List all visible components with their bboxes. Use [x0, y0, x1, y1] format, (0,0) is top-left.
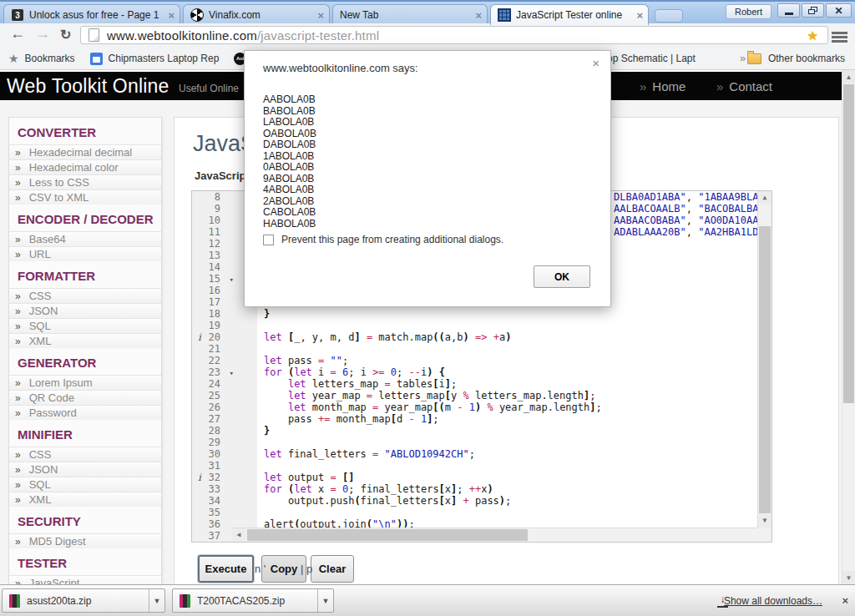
sidebar-item-javascript[interactable]: »JavaScript	[9, 575, 161, 584]
sidebar: CONVERTER»Hexadecimal decimal»Hexadecima…	[8, 117, 162, 584]
sidebar-item-qr-code[interactable]: »QR Code	[9, 390, 161, 405]
browser-tab[interactable]: JavaScript Tester online×	[490, 4, 649, 25]
downloads-bar: asust200ta.zip▼T200TACAS205.zip▼ ↓ Show …	[0, 584, 855, 616]
show-all-downloads-link[interactable]: Show all downloads…	[724, 595, 822, 607]
browser-tab[interactable]: Vinafix.com×	[183, 4, 330, 25]
chevron-icon: »	[15, 234, 21, 245]
sidebar-section-title: CONVERTER	[9, 118, 161, 144]
bookmark-label: Chipmasters Laptop Rep	[109, 53, 220, 64]
browser-tab[interactable]: New Tab×	[332, 4, 488, 25]
sidebar-item-css[interactable]: »CSS	[9, 288, 161, 303]
restore-button[interactable]	[802, 3, 824, 18]
gutter-cell: 23▾	[192, 366, 257, 378]
sidebar-item-url[interactable]: »URL	[9, 246, 161, 261]
vertical-scroll-thumb[interactable]	[759, 226, 771, 513]
new-tab-button[interactable]	[655, 9, 683, 23]
code-line: 30let final_letters = "ABLOD10942CH";	[192, 448, 772, 460]
browser-tab[interactable]: 3Unlock asus for free - Page 1×	[3, 4, 180, 25]
sidebar-item-base64[interactable]: »Base64	[9, 231, 161, 246]
sidebar-item-hexadecimal-color[interactable]: »Hexadecimal color	[9, 159, 161, 174]
scroll-up-icon[interactable]: ▲	[758, 191, 772, 204]
tab-title: JavaScript Tester online	[516, 9, 632, 21]
sidebar-item-sql[interactable]: »SQL	[9, 477, 161, 492]
chevron-icon: »	[15, 377, 21, 389]
forward-icon[interactable]: →	[35, 25, 50, 43]
tab-close-icon[interactable]: ×	[168, 9, 175, 22]
line-number: 33	[209, 483, 220, 495]
sidebar-item-less-to-css[interactable]: »Less to CSS	[9, 174, 161, 189]
bookmarks-overflow-icon[interactable]: »	[740, 52, 746, 64]
chevron-icon: »	[15, 449, 21, 461]
gutter-cell: i20	[192, 331, 257, 343]
dialog-close-icon[interactable]: ×	[592, 56, 600, 70]
chevron-icon: »	[15, 192, 21, 204]
sidebar-item-label: XML	[29, 493, 52, 506]
prevent-dialogs-checkbox[interactable]	[263, 235, 274, 245]
page-scrollbar[interactable]: ▲ ▼	[842, 70, 855, 584]
sidebar-item-label: URL	[29, 248, 51, 260]
sidebar-item-md5-digest[interactable]: »MD5 Digest	[9, 533, 161, 548]
sidebar-section-title: GENERATOR	[9, 348, 161, 375]
fold-icon[interactable]: ▾	[230, 367, 234, 379]
sidebar-item-hexadecimal-decimal[interactable]: »Hexadecimal decimal	[9, 144, 161, 159]
download-item[interactable]: T200TACAS205.zip▼	[172, 588, 334, 613]
sidebar-item-lorem-ipsum[interactable]: »Lorem Ipsum	[9, 375, 161, 390]
bookmark-item[interactable]: Chipmasters Laptop Rep	[90, 53, 220, 65]
editor-vertical-scrollbar[interactable]: ▲ ▼	[757, 191, 772, 528]
dialog-message-line: 0ABOLA0B	[263, 162, 316, 174]
download-filename: T200TACAS205.zip	[197, 595, 317, 607]
nav-home[interactable]: »Home	[640, 79, 686, 93]
tab-close-icon[interactable]: ×	[317, 9, 324, 22]
code-line: 19	[192, 320, 772, 331]
code-text: let final_letters = "ABLOD10942CH";	[257, 448, 475, 460]
execute-button[interactable]: Execute	[198, 555, 254, 583]
sidebar-item-sql[interactable]: »SQL	[9, 318, 161, 333]
clear-button[interactable]: Clear	[311, 555, 354, 583]
editor-horizontal-scrollbar[interactable]: ◀	[232, 528, 757, 542]
profile-button[interactable]: Robert	[726, 4, 772, 19]
dropdown-caret-icon[interactable]: ▼	[149, 589, 164, 612]
tab-close-icon[interactable]: ×	[636, 9, 643, 22]
page-scroll-thumb[interactable]	[843, 84, 854, 403]
line-number: 14	[209, 261, 220, 273]
info-icon: i	[198, 331, 201, 343]
minimize-button[interactable]	[777, 3, 800, 18]
sidebar-item-csv-to-xml[interactable]: »CSV to XML	[9, 189, 161, 204]
sidebar-item-json[interactable]: »JSON	[9, 303, 161, 318]
reload-icon[interactable]: ↻	[60, 27, 71, 43]
dropdown-caret-icon[interactable]: ▼	[317, 589, 333, 612]
code-text: output.push(final_letters[x] + pass);	[257, 495, 511, 507]
other-bookmarks-button[interactable]: Other bookmarks	[747, 52, 845, 64]
sidebar-item-xml[interactable]: »XML	[9, 333, 161, 348]
download-item[interactable]: asust200ta.zip▼	[2, 588, 165, 613]
ok-button[interactable]: OK	[534, 265, 590, 288]
close-window-button[interactable]: ✕	[826, 3, 852, 18]
menu-icon[interactable]	[832, 32, 847, 34]
sidebar-item-label: SQL	[29, 320, 51, 332]
back-icon[interactable]: ←	[10, 25, 25, 43]
sidebar-item-json[interactable]: »JSON	[9, 462, 161, 477]
code-line: 33for (let x = 0; final_letters[x]; ++x)	[192, 483, 772, 495]
scroll-left-icon[interactable]: ◀	[232, 528, 245, 542]
alert-dialog: www.webtoolkitonline.com says: × AABOLA0…	[244, 50, 611, 307]
bookmark-star-icon[interactable]: ★	[807, 28, 818, 43]
nav-contact[interactable]: »Contact	[716, 79, 772, 93]
downloads-close-icon[interactable]: ×	[842, 594, 848, 607]
line-number: 35	[209, 507, 220, 518]
scroll-down-icon[interactable]: ▼	[758, 514, 772, 528]
horizontal-scroll-thumb[interactable]	[247, 529, 528, 541]
copy-button[interactable]: Copy	[261, 555, 306, 583]
sidebar-item-password[interactable]: »Password	[9, 405, 161, 420]
scroll-up-icon[interactable]: ▲	[842, 70, 855, 83]
sidebar-item-xml[interactable]: »XML	[9, 492, 161, 507]
bookmark-item[interactable]: ★Bookmarks	[8, 52, 75, 65]
archive-file-icon	[9, 594, 20, 608]
scroll-down-icon[interactable]: ▼	[842, 571, 855, 584]
window-controls: ✕	[777, 3, 852, 18]
fold-icon[interactable]: ▾	[230, 274, 234, 285]
site-tagline: Useful Online	[179, 83, 239, 94]
tab-close-icon[interactable]: ×	[475, 9, 482, 22]
bookmark-item-schematic[interactable]: op Schematic | Lapt	[607, 53, 696, 64]
sidebar-item-css[interactable]: »CSS	[9, 447, 161, 462]
address-bar[interactable]: www.webtoolkitonline.com /javascript-tes…	[80, 26, 828, 44]
